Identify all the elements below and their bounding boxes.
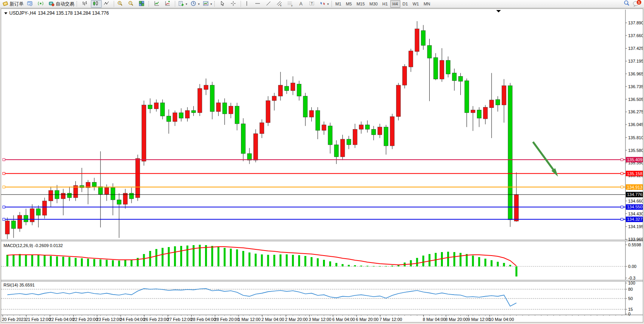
svg-text:137.195: 137.195 <box>628 59 643 63</box>
timeframe-button-m1[interactable]: M1 <box>333 0 343 8</box>
chat-button[interactable]: 1 <box>632 0 640 7</box>
svg-text:0.00: 0.00 <box>628 264 636 269</box>
timeframe-button-m30[interactable]: M30 <box>367 0 380 8</box>
svg-text:10 Mar 04:00: 10 Mar 04:00 <box>489 317 514 322</box>
svg-text:-0.3: -0.3 <box>628 276 635 280</box>
indicator-window-button[interactable] <box>152 0 163 8</box>
toolbar: 新订单自动交易▾▾▾EFAT▾M1M5M15M30H1H4D1W1MN1 <box>0 0 644 8</box>
timeframe-button-m15[interactable]: M15 <box>354 0 367 8</box>
arrows-button[interactable]: ▾ <box>318 0 330 8</box>
svg-text:134.430: 134.430 <box>628 211 643 216</box>
svg-text:0: 0 <box>628 312 630 316</box>
svg-text:T: T <box>311 2 313 5</box>
fibonacci-icon: F <box>287 0 293 8</box>
svg-text:F: F <box>291 4 293 7</box>
timeframe-button-h1[interactable]: H1 <box>380 0 390 8</box>
toolbar-separator <box>114 1 114 7</box>
horizontal-line-button[interactable] <box>253 0 264 8</box>
channel-icon: E <box>276 0 282 8</box>
bar-chart-icon <box>82 0 88 8</box>
line-chart-button[interactable] <box>102 0 113 8</box>
template-icon <box>203 0 209 8</box>
text-button[interactable]: A <box>296 0 307 8</box>
add-indicator-icon <box>178 0 184 8</box>
trend-arrow-annotation <box>533 142 555 172</box>
add-indicator-button[interactable]: ▾ <box>176 0 189 8</box>
dropdown-caret-icon[interactable]: ▾ <box>186 2 187 6</box>
dropdown-caret-icon[interactable]: ▾ <box>198 2 200 6</box>
svg-text:134.913: 134.913 <box>627 185 642 189</box>
svg-text:22 Feb 20:00: 22 Feb 20:00 <box>73 317 98 322</box>
period-icon <box>190 0 196 8</box>
crosshair-icon <box>230 0 236 8</box>
vertical-line-button[interactable] <box>242 0 253 8</box>
svg-text:3 Mar 12:00: 3 Mar 12:00 <box>309 317 331 322</box>
svg-text:137.890: 137.890 <box>628 20 643 25</box>
signal-icon <box>38 0 44 8</box>
svg-text:6 Mar 04:00: 6 Mar 04:00 <box>332 317 355 322</box>
zoom-out-icon <box>128 0 134 8</box>
toolbar-separator <box>241 1 241 7</box>
svg-text:A: A <box>299 1 302 6</box>
bar-chart-button[interactable] <box>80 0 91 8</box>
cursor-icon <box>219 0 225 8</box>
svg-text:134.327: 134.327 <box>627 217 642 222</box>
open-chart-button[interactable] <box>25 0 36 8</box>
timeframe-button-m5[interactable]: M5 <box>343 0 354 8</box>
signals-button[interactable] <box>36 0 47 8</box>
price-chart-canvas[interactable]: 137.890137.660137.425137.195136.965136.7… <box>1 9 643 322</box>
chart-shift-marker <box>496 10 501 12</box>
candle-chart-button[interactable] <box>91 0 102 8</box>
dropdown-caret-icon[interactable]: ▾ <box>210 2 212 6</box>
cursor-button[interactable] <box>218 0 229 8</box>
svg-text:134.550: 134.550 <box>627 205 642 209</box>
zoom-out-button[interactable] <box>126 0 137 8</box>
auto-trading-button-label: 自动交易 <box>56 1 74 7</box>
svg-text:134.776: 134.776 <box>627 192 642 197</box>
chart-window[interactable]: USDJPY-,H4 134.294 135.178 134.284 134.7… <box>1 9 643 322</box>
candle-chart-icon <box>92 0 99 8</box>
timeframe-button-h4[interactable]: H4 <box>390 0 400 8</box>
label-icon: T <box>309 0 315 8</box>
svg-text:135.409: 135.409 <box>627 157 642 162</box>
svg-text:133.965: 133.965 <box>628 237 643 242</box>
svg-text:135.580: 135.580 <box>628 148 643 153</box>
tile-windows-button[interactable] <box>137 0 148 8</box>
line-chart-icon <box>103 0 109 8</box>
svg-text:20 Feb 2023: 20 Feb 2023 <box>2 317 26 322</box>
timeframe-button-w1[interactable]: W1 <box>410 0 422 8</box>
svg-text:22 Feb 04:00: 22 Feb 04:00 <box>49 317 74 322</box>
fibonacci-button[interactable]: F <box>285 0 296 8</box>
new-order-button-label: 新订单 <box>10 1 24 7</box>
template-button[interactable]: ▾ <box>201 0 214 8</box>
svg-text:135.158: 135.158 <box>627 171 642 176</box>
periods-button[interactable]: ▾ <box>189 0 201 8</box>
svg-text:50: 50 <box>628 296 633 301</box>
timeframe-button-d1[interactable]: D1 <box>400 0 410 8</box>
search-icon[interactable] <box>623 0 630 8</box>
zoom-in-icon <box>117 0 123 8</box>
auto-trading-button[interactable]: 自动交易 <box>47 0 76 8</box>
trendline-button[interactable] <box>264 0 275 8</box>
toolbar-grip <box>149 1 150 7</box>
svg-text:134.660: 134.660 <box>628 199 643 203</box>
svg-text:0.5598: 0.5598 <box>628 242 641 247</box>
text-icon: A <box>298 0 304 8</box>
new-order-button[interactable]: 新订单 <box>1 0 25 8</box>
channel-button[interactable]: E <box>275 0 285 8</box>
svg-text:2 Mar 20:00: 2 Mar 20:00 <box>285 317 308 322</box>
svg-text:7 Mar 12:00: 7 Mar 12:00 <box>379 317 402 322</box>
indicator-list-icon <box>164 0 171 8</box>
timeframe-button-mn[interactable]: MN <box>421 0 432 8</box>
svg-text:8 Mar 20:00: 8 Mar 20:00 <box>445 317 468 322</box>
crosshair-button[interactable] <box>229 0 239 8</box>
svg-text:136.045: 136.045 <box>628 122 643 127</box>
horizontal-line-icon <box>255 0 261 8</box>
svg-text:136.965: 136.965 <box>628 72 643 76</box>
svg-text:136.505: 136.505 <box>628 97 643 102</box>
svg-text:1 Mar 12:00: 1 Mar 12:00 <box>238 317 261 322</box>
dropdown-caret-icon[interactable]: ▾ <box>327 2 329 6</box>
indicator-list-button[interactable] <box>163 0 174 8</box>
label-button[interactable]: T <box>307 0 318 8</box>
zoom-in-button[interactable] <box>115 0 126 8</box>
